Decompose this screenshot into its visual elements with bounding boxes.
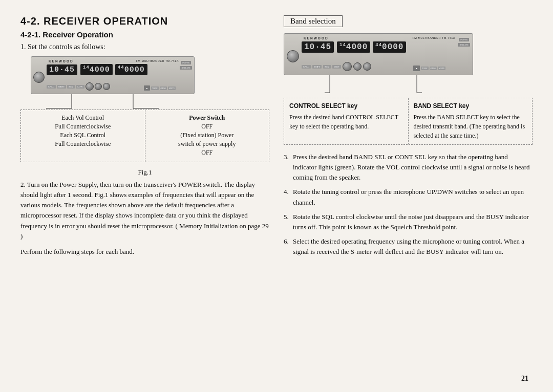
perform-text: Perform the following steps for each ban… [20, 247, 269, 257]
r-center-knob[interactable] [343, 62, 352, 71]
display-right-freq2: 144000 [337, 41, 370, 53]
controls-left: Each Vol Control Full Counterclockwise E… [21, 110, 145, 162]
display-right-freq1: 10·45 [302, 41, 334, 53]
r-call-btn[interactable]: CALL [302, 65, 311, 69]
ctrl-right-4: OFF [151, 149, 264, 157]
page: 4-2. RECEIVER OPERATION 4-2-1. Receiver … [0, 0, 553, 392]
arrow-lines-right [284, 75, 473, 94]
power-switch-title: Power Switch [151, 114, 264, 122]
right-column: Band selection KENWOOD FM MULTIBANDER TM… [284, 15, 533, 377]
r-power-btn[interactable]: POWER [459, 38, 469, 41]
display-freq1-left: 10·45 [47, 64, 77, 75]
item4-text: Rotate the tuning control or press the m… [293, 188, 524, 206]
controls-right: Power Switch OFF (Fixed station) Power s… [145, 110, 269, 162]
r-shift-btn[interactable]: SHIFT [312, 65, 322, 69]
r-otsg-btn[interactable]: OTSG [430, 67, 437, 70]
list-item-3: 3. Press the desired band BAND SEL or CO… [284, 152, 533, 183]
item3-text: Press the desired band BAND SEL or CONT … [293, 153, 529, 181]
band-selection-box: Band selection [284, 15, 343, 27]
right-knob2[interactable] [103, 83, 110, 90]
body-text-step2: 2. Turn on the Power Supply, then turn o… [20, 180, 269, 242]
r-right-knob2[interactable] [363, 62, 371, 71]
page-number: 21 [521, 375, 528, 383]
shift-btn[interactable]: SHIFT [57, 85, 67, 89]
power-btn-left[interactable]: POWER [181, 61, 191, 64]
fig-label: Fig.1 [20, 168, 269, 177]
r-low-btn[interactable]: LOW [332, 65, 341, 69]
r-rev-btn[interactable]: REV [323, 65, 331, 69]
ctrl-item-2: Full Counterclockwise [26, 123, 140, 130]
ctrl-right-2: (Fixed station) Power [151, 132, 264, 139]
list-item-6: 6. Select the desired operating frequenc… [284, 236, 533, 257]
low-btn[interactable]: LOW [76, 85, 84, 89]
r-release-btn[interactable]: RELEASE [458, 43, 470, 47]
arrow-lines-left [31, 94, 195, 110]
ctrl-item-1: Each Vol Control [26, 114, 140, 122]
radio-model-left: FM MULTIBANDER TM-741A [136, 59, 179, 62]
item5-number: 5. [284, 212, 289, 222]
right-radio-left-knob[interactable] [287, 50, 299, 62]
control-select-col: CONTROL SELECT key Press the desired ban… [284, 98, 409, 144]
r-right-knob1[interactable] [353, 62, 361, 71]
list-item-5: 5. Rotate the SQL control clockwise unti… [284, 212, 533, 232]
item4-number: 4. [284, 187, 289, 197]
rev-btn[interactable]: REV [67, 85, 75, 89]
control-select-text: Press the desired band CONTROL SELECT ke… [289, 113, 403, 131]
sub-section-title: 4-2-1. Receiver Operation [20, 30, 269, 39]
bottom-btn1[interactable]: ■ [144, 85, 150, 91]
selection-diagram: CONTROL SELECT key Press the desired ban… [284, 98, 533, 145]
item3-number: 3. [284, 152, 289, 162]
item5-text: Rotate the SQL control clockwise until t… [293, 213, 529, 231]
r-tone-btn[interactable]: TONE [421, 67, 429, 70]
band-select-col: BAND SELECT key Press the BAND SELECT ke… [409, 98, 533, 144]
display-freq3-left: 440000 [115, 64, 147, 75]
band-selection-label: Band selection [290, 17, 336, 25]
call-btn[interactable]: CALL [47, 85, 56, 89]
controls-table: Each Vol Control Full Counterclockwise E… [20, 110, 269, 162]
radio-model-right: FM MULTIBANDER TM-741A [412, 36, 455, 39]
control-select-title: CONTROL SELECT key [289, 102, 403, 110]
display-right-freq3: 440000 [373, 41, 406, 53]
radio-brand-left: KENWOOD [49, 59, 74, 63]
radio-brand-right: KENWOOD [304, 36, 329, 40]
ctrl-right-1: OFF [151, 123, 264, 130]
item6-text: Select the desired operating frequency u… [293, 237, 524, 255]
list-item-4: 4. Rotate the tuning control or press th… [284, 187, 533, 207]
numbered-list: 3. Press the desired band BAND SEL or CO… [284, 152, 533, 257]
right-knob1[interactable] [95, 83, 102, 90]
band-select-title: BAND SELECT key [414, 102, 527, 110]
left-column: 4-2. RECEIVER OPERATION 4-2-1. Receiver … [20, 15, 269, 377]
step1-intro: 1. Set the controls as follows: [20, 43, 269, 51]
ctrl-item-4: Full Counterclockwise [26, 140, 140, 148]
otsg-btn[interactable]: OTSG [160, 86, 167, 90]
center-knob[interactable] [86, 82, 94, 91]
section-title: 4-2. RECEIVER OPERATION [20, 15, 269, 27]
ctrl-item-3: Each SQL Control [26, 132, 140, 139]
mute-btn[interactable]: MUTE [168, 86, 176, 90]
release-btn[interactable]: RELEASE [180, 66, 192, 70]
r-bottom-btn1[interactable]: ■ [413, 66, 420, 71]
item6-number: 6. [284, 236, 289, 247]
left-vol-knob[interactable] [33, 72, 45, 83]
band-select-text: Press the BAND SELECT key to select the … [414, 113, 527, 140]
display-freq2-left: 144000 [80, 64, 113, 75]
r-mute-btn[interactable]: MUTE [438, 67, 445, 70]
ctrl-right-3: switch of power supply [151, 140, 264, 148]
tone-btn[interactable]: TONE [151, 86, 159, 90]
